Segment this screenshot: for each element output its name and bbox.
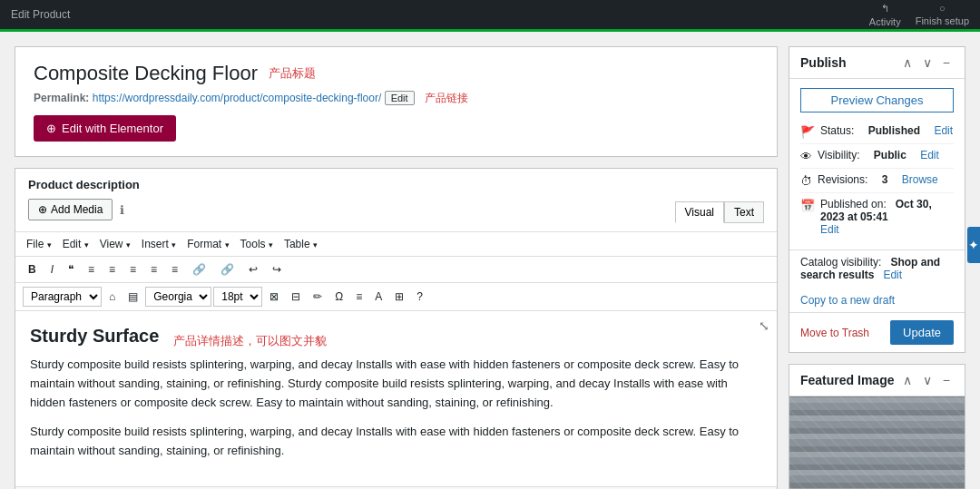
featured-panel-collapse[interactable]: − (939, 372, 954, 388)
toolbar-icon-1[interactable]: ⌂ (103, 288, 121, 306)
visibility-edit-link[interactable]: Edit (920, 149, 939, 161)
published-edit-link[interactable]: Edit (820, 223, 839, 236)
panel-down-button[interactable]: ∨ (919, 54, 936, 71)
publish-panel: Publish ∧ ∨ − Preview Changes 🚩 Status: … (789, 46, 965, 353)
blue-handle[interactable]: ✦ (967, 227, 980, 263)
menu-view[interactable]: View ▾ (96, 236, 134, 252)
featured-panel-up[interactable]: ∧ (899, 372, 916, 388)
activity-label: Activity (869, 16, 901, 27)
menu-table[interactable]: Table ▾ (280, 236, 321, 252)
visibility-value: Public (874, 149, 906, 161)
editor-content[interactable]: ⤡ Sturdy Surface 产品详情描述，可以图文并貌 Sturdy co… (15, 311, 777, 486)
menu-edit[interactable]: Edit ▾ (59, 236, 93, 252)
catalog-edit-link[interactable]: Edit (883, 269, 902, 281)
editor-area: Product description ⊕ Add Media ℹ Visual… (15, 168, 778, 489)
expand-button[interactable]: ⤡ (759, 318, 769, 333)
paragraph-dropdown[interactable]: Paragraph (23, 287, 102, 307)
panel-collapse-button[interactable]: − (939, 54, 954, 71)
status-row: 🚩 Status: Published Edit (800, 120, 954, 144)
toolbar-format-icon-4[interactable]: Ω (329, 288, 348, 306)
menu-format[interactable]: Format ▾ (183, 236, 232, 252)
update-button[interactable]: Update (890, 320, 954, 345)
menu-insert[interactable]: Insert ▾ (138, 236, 180, 252)
move-to-trash-link[interactable]: Move to Trash (800, 327, 869, 339)
unordered-list-button[interactable]: ≡ (83, 260, 100, 279)
size-dropdown[interactable]: 18pt (213, 287, 262, 307)
revisions-browse-link[interactable]: Browse (902, 173, 938, 186)
toolbar-format-icon-3[interactable]: ✏ (308, 288, 328, 306)
toolbar-format-icon-2[interactable]: ⊟ (286, 288, 306, 306)
menu-file[interactable]: File ▾ (23, 236, 55, 252)
toolbar-format-icon-6[interactable]: A (369, 288, 387, 306)
blue-handle-icon: ✦ (968, 238, 979, 252)
status-label: Status: (820, 124, 854, 137)
align-left-button[interactable]: ≡ (124, 260, 142, 279)
permalink-prefix: Permalink: (34, 92, 89, 104)
toolbar-format-icon-1[interactable]: ⊠ (264, 288, 284, 306)
published-row: 📅 Published on: Oct 30, 2023 at 05:41 Ed… (800, 193, 954, 240)
content-heading: Sturdy Surface (30, 326, 159, 347)
editor-media-row: ⊕ Add Media ℹ (28, 199, 124, 220)
editor-section-title: Product description (28, 178, 764, 191)
revisions-row: ⏱ Revisions: 3 Browse (800, 169, 954, 193)
content-description-label: 产品详情描述，可以图文并貌 (173, 333, 327, 349)
permalink-row: Permalink: https://wordpressdaily.com/pr… (34, 91, 759, 106)
catalog-label: Catalog visibility: (800, 256, 881, 269)
menu-tools[interactable]: Tools ▾ (237, 236, 277, 252)
toolbar-help-button[interactable]: ? (411, 288, 428, 306)
featured-image-title: Featured Image (800, 373, 894, 387)
copy-draft-link[interactable]: Copy to a new draft (800, 294, 895, 307)
featured-image-preview[interactable]: 产品封面 (789, 396, 965, 489)
finish-setup-button[interactable]: ○ Finish setup (916, 3, 969, 26)
add-media-button[interactable]: ⊕ Add Media (28, 199, 113, 220)
status-icon: 🚩 (800, 125, 815, 139)
link-button[interactable]: 🔗 (187, 260, 211, 279)
elementor-edit-button[interactable]: ⊕ Edit with Elementor (34, 115, 176, 142)
font-dropdown[interactable]: Georgia (145, 287, 211, 307)
finish-setup-label: Finish setup (916, 15, 969, 26)
featured-image-panel: Featured Image ∧ ∨ − 产品封面 (789, 364, 965, 489)
finish-setup-icon: ○ (939, 3, 946, 14)
publish-panel-header: Publish ∧ ∨ − (789, 47, 965, 79)
status-value: Published (868, 124, 920, 137)
blockquote-button[interactable]: ❝ (63, 260, 79, 279)
toolbar-format-icon-5[interactable]: ≡ (350, 288, 368, 306)
ordered-list-button[interactable]: ≡ (103, 260, 121, 279)
unlink-button[interactable]: 🔗 (215, 260, 240, 279)
editor-header: Product description ⊕ Add Media ℹ Visual… (15, 169, 777, 232)
page-title-label: Edit Product (11, 8, 70, 21)
featured-panel-down[interactable]: ∨ (919, 372, 936, 388)
revisions-label: Revisions: (818, 173, 867, 186)
watermark-overlay (789, 396, 965, 489)
toolbar-row-2: B I ❝ ≡ ≡ ≡ ≡ ≡ 🔗 🔗 ↩ ↪ (15, 257, 777, 283)
product-title: Composite Decking Floor (34, 62, 258, 85)
product-title-row: Composite Decking Floor 产品标题 (34, 62, 759, 85)
align-right-button[interactable]: ≡ (166, 260, 183, 279)
align-center-button[interactable]: ≡ (145, 260, 162, 279)
italic-button[interactable]: I (45, 260, 59, 279)
undo-button[interactable]: ↩ (243, 260, 263, 279)
revisions-value: 3 (882, 173, 888, 186)
redo-button[interactable]: ↪ (267, 260, 287, 279)
elementor-label: Edit with Elementor (62, 122, 163, 135)
toolbar-format-icon-7[interactable]: ⊞ (389, 288, 409, 306)
preview-changes-button[interactable]: Preview Changes (800, 88, 954, 112)
permalink-url[interactable]: https://wordpressdaily.com/product/compo… (93, 92, 382, 104)
toolbar-row-1: File ▾ Edit ▾ View ▾ Insert ▾ Format ▾ T… (15, 232, 777, 257)
add-media-label: Add Media (51, 203, 103, 216)
text-tab[interactable]: Text (724, 201, 764, 223)
status-edit-link[interactable]: Edit (934, 124, 953, 137)
published-icon: 📅 (800, 199, 815, 212)
toolbar-icon-2[interactable]: ▤ (122, 288, 143, 306)
panel-up-button[interactable]: ∧ (899, 54, 916, 71)
featured-image-body: 产品封面 (789, 396, 965, 489)
top-bar: Edit Product ↰ Activity ○ Finish setup (0, 0, 980, 29)
activity-button[interactable]: ↰ Activity (869, 3, 901, 27)
permalink-edit-button[interactable]: Edit (385, 91, 415, 105)
permalink-label: 产品链接 (425, 92, 468, 104)
sidebar: Publish ∧ ∨ − Preview Changes 🚩 Status: … (789, 46, 965, 489)
visual-tab[interactable]: Visual (675, 201, 724, 223)
visibility-label: Visibility: (818, 149, 859, 161)
info-icon: ℹ (120, 203, 124, 217)
bold-button[interactable]: B (23, 260, 42, 279)
